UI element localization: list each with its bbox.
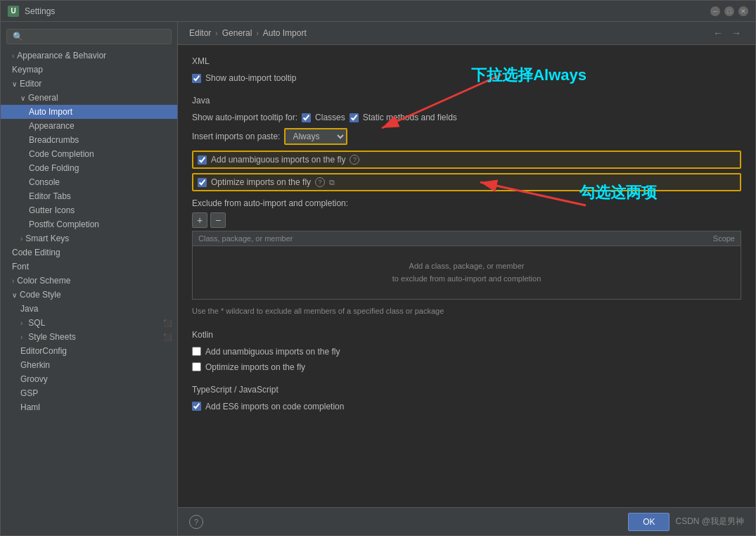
close-button[interactable]: ✕ <box>738 6 748 16</box>
ok-button[interactable]: OK <box>628 513 669 531</box>
sidebar-item-label: General <box>28 93 58 103</box>
sidebar-item-gsp[interactable]: GSP <box>1 386 177 400</box>
sidebar-item-color-scheme[interactable]: › Color Scheme <box>1 274 177 288</box>
sidebar-item-label: Keymap <box>12 65 43 75</box>
arrow-icon: › <box>12 52 14 60</box>
static-methods-text: Static methods and fields <box>363 113 457 122</box>
sidebar-item-label: Postfix Completion <box>29 219 99 229</box>
optimize-imports-copy-icon[interactable]: ⧉ <box>329 178 335 187</box>
add-unambiguous-label: Add unambiguous imports on the fly <box>211 155 345 165</box>
optimize-imports-checkbox[interactable] <box>198 178 207 187</box>
static-methods-label[interactable]: Static methods and fields <box>350 113 457 122</box>
csdn-watermark: CSDN @我是男神 <box>675 516 744 528</box>
sidebar-item-label: Groovy <box>20 374 48 384</box>
sidebar-item-style-sheets[interactable]: › Style Sheets ⬛ <box>1 330 177 344</box>
arrow-icon: ∨ <box>12 291 17 299</box>
minimize-button[interactable]: ─ <box>710 6 720 16</box>
sidebar-item-appearance-behavior[interactable]: › Appearance & Behavior <box>1 49 177 63</box>
sidebar-item-haml[interactable]: Haml <box>1 400 177 414</box>
sidebar: › Appearance & Behavior Keymap ∨ Editor … <box>1 22 178 535</box>
java-tooltip-row: Show auto-import tooltip for: Classes St… <box>192 113 741 122</box>
add-unambiguous-help-icon[interactable]: ? <box>350 155 359 165</box>
java-section: Java Show auto-import tooltip for: Class… <box>192 96 741 317</box>
help-icon[interactable]: ? <box>189 515 203 529</box>
es6-text: Add ES6 imports on code completion <box>205 402 344 411</box>
exclude-label: Exclude from auto-import and completion: <box>192 198 741 208</box>
kotlin-unambiguous-checkbox[interactable] <box>192 347 201 356</box>
table-col-class: Class, package, or member <box>198 234 679 243</box>
sidebar-item-label: GSP <box>20 388 38 398</box>
sidebar-item-label: Color Scheme <box>17 276 70 286</box>
insert-imports-dropdown[interactable]: Always Ask Never <box>284 128 347 145</box>
sidebar-item-label: Editor <box>20 79 41 89</box>
es6-row: Add ES6 imports on code completion <box>192 402 741 411</box>
back-button[interactable]: ← <box>710 27 726 39</box>
add-exclude-button[interactable]: + <box>192 212 207 228</box>
sidebar-item-code-folding[interactable]: Code Folding <box>1 161 177 175</box>
optimize-imports-label: Optimize imports on the fly <box>211 177 311 187</box>
kotlin-unambiguous-row: Add unambiguous imports on the fly <box>192 347 741 357</box>
sidebar-item-label: Auto Import <box>29 107 72 117</box>
es6-label[interactable]: Add ES6 imports on code completion <box>192 402 344 411</box>
table-col-scope: Scope <box>679 234 735 243</box>
sidebar-item-label: Breadcrumbs <box>29 135 79 145</box>
arrow-icon: › <box>20 319 23 327</box>
sidebar-item-groovy[interactable]: Groovy <box>1 372 177 386</box>
sidebar-item-postfix-completion[interactable]: Postfix Completion <box>1 217 177 231</box>
sidebar-item-code-editing[interactable]: Code Editing <box>1 245 177 260</box>
kotlin-unambiguous-label[interactable]: Add unambiguous imports on the fly <box>192 347 340 357</box>
sidebar-item-label: Console <box>29 177 60 187</box>
kotlin-unambiguous-text: Add unambiguous imports on the fly <box>205 347 340 357</box>
arrow-icon: ∨ <box>12 80 17 88</box>
kotlin-optimize-label[interactable]: Optimize imports on the fly <box>192 362 305 372</box>
xml-section-title: XML <box>192 56 741 66</box>
sidebar-item-code-completion[interactable]: Code Completion <box>1 147 177 161</box>
insert-imports-label: Insert imports on paste: <box>192 132 280 141</box>
kotlin-optimize-checkbox[interactable] <box>192 362 201 371</box>
sidebar-item-font[interactable]: Font <box>1 260 177 274</box>
sidebar-item-editor-tabs[interactable]: Editor Tabs <box>1 189 177 203</box>
search-input[interactable] <box>6 29 172 44</box>
kotlin-optimize-text: Optimize imports on the fly <box>205 362 305 372</box>
sidebar-item-editor[interactable]: ∨ Editor <box>1 77 177 91</box>
sidebar-item-java-style[interactable]: Java <box>1 302 177 316</box>
optimize-imports-help-icon[interactable]: ? <box>315 177 325 187</box>
breadcrumb-sep2: › <box>256 30 258 37</box>
sidebar-item-editorconfig[interactable]: EditorConfig <box>1 344 177 358</box>
wildcard-hint: Use the * wildcard to exclude all member… <box>192 305 741 317</box>
sidebar-item-keymap[interactable]: Keymap <box>1 63 177 77</box>
table-header: Class, package, or member Scope <box>193 231 741 246</box>
classes-label[interactable]: Classes <box>302 113 345 122</box>
arrow-icon: › <box>20 333 23 341</box>
sidebar-item-code-style[interactable]: ∨ Code Style <box>1 288 177 302</box>
sidebar-item-label: Code Editing <box>12 248 60 257</box>
sidebar-item-appearance[interactable]: Appearance <box>1 119 177 133</box>
arrow-icon: › <box>12 277 14 285</box>
xml-tooltip-label[interactable]: Show auto-import tooltip <box>192 73 296 83</box>
sidebar-item-console[interactable]: Console <box>1 175 177 189</box>
table-empty-line1: Add a class, package, or member <box>409 262 525 270</box>
maximize-button[interactable]: □ <box>724 6 734 16</box>
sidebar-item-gherkin[interactable]: Gherkin <box>1 358 177 372</box>
xml-tooltip-checkbox[interactable] <box>192 74 201 83</box>
sidebar-item-label: Font <box>12 262 29 272</box>
sidebar-item-label: Haml <box>20 402 40 412</box>
sidebar-item-breadcrumbs[interactable]: Breadcrumbs <box>1 133 177 147</box>
sidebar-item-gutter-icons[interactable]: Gutter Icons <box>1 203 177 217</box>
classes-checkbox[interactable] <box>302 113 311 122</box>
sidebar-item-sql[interactable]: › SQL ⬛ <box>1 316 177 330</box>
xml-section: XML Show auto-import tooltip <box>192 56 741 83</box>
kotlin-section: Kotlin Add unambiguous imports on the fl… <box>192 330 741 372</box>
sidebar-item-auto-import[interactable]: Auto Import <box>1 105 177 119</box>
es6-checkbox[interactable] <box>192 402 201 411</box>
static-methods-checkbox[interactable] <box>350 113 359 122</box>
add-unambiguous-checkbox[interactable] <box>198 155 207 165</box>
settings-window: U Settings ─ □ ✕ › Appearance & Behavior… <box>0 0 756 536</box>
sidebar-item-label: Appearance & Behavior <box>17 51 106 60</box>
breadcrumb-bar: Editor › General › Auto Import ← → <box>178 22 755 45</box>
forward-button[interactable]: → <box>729 27 744 39</box>
sidebar-item-general[interactable]: ∨ General <box>1 91 177 105</box>
sidebar-item-smart-keys[interactable]: › Smart Keys <box>1 231 177 245</box>
sidebar-item-label: Style Sheets <box>28 332 75 342</box>
remove-exclude-button[interactable]: − <box>210 212 226 228</box>
